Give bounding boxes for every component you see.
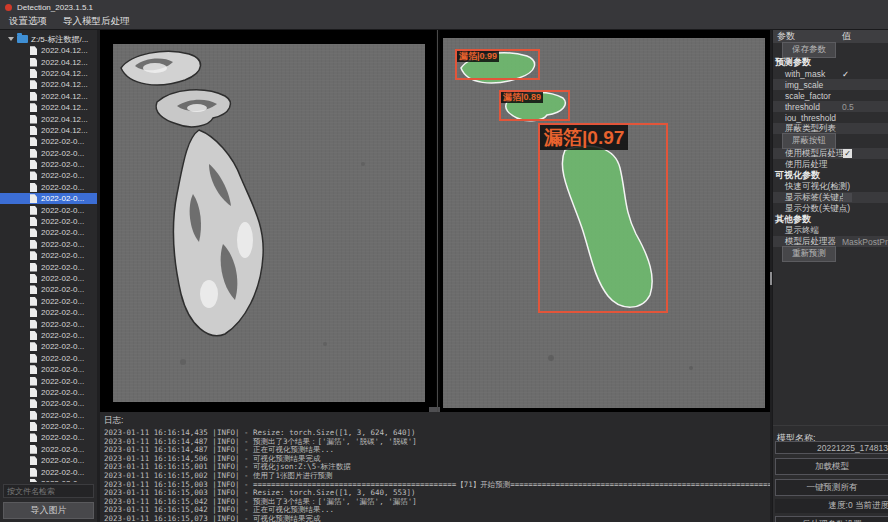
tree-item[interactable]: 2022-02-0... xyxy=(0,159,97,170)
tree-item-label: 2022.04.12... xyxy=(41,69,88,78)
tree-item[interactable]: 2022-02-0... xyxy=(0,330,97,341)
tree-item[interactable]: 2022-02-0... xyxy=(0,341,97,352)
tree-item[interactable]: 2022-02-0... xyxy=(0,387,97,398)
load-model-button[interactable]: 加载模型 xyxy=(775,458,888,475)
param-row[interactable]: 保存参数 xyxy=(773,43,888,57)
tree-item[interactable]: 2022-02-0... xyxy=(0,193,97,204)
postprocess-settings-button[interactable]: 后处理参数设置 xyxy=(775,516,888,522)
param-row[interactable]: 可视化参数 xyxy=(773,170,888,181)
tree-item-label: 2022-02-0... xyxy=(41,217,84,226)
tree-item[interactable]: 2022.04.12... xyxy=(0,102,97,113)
tree-item-label: 2022-02-0... xyxy=(41,456,84,465)
menu-item[interactable]: 导入模型后处理 xyxy=(63,15,130,28)
folder-icon xyxy=(17,35,28,43)
tree-root-label: Z:/5-标注数据/... xyxy=(31,34,88,45)
param-row[interactable]: 重新预测 xyxy=(773,247,888,261)
param-row[interactable]: 预测参数 xyxy=(773,57,888,68)
tree-item[interactable]: 2022-02-0... xyxy=(0,284,97,295)
detection-box[interactable]: 漏箔|0.99 xyxy=(455,49,540,80)
tree-item-label: 2022-02-0... xyxy=(41,240,84,249)
original-image-panel[interactable] xyxy=(100,30,436,412)
tree-item[interactable]: 2022.04.12... xyxy=(0,113,97,124)
tree-item[interactable]: 2022-02-0... xyxy=(0,227,97,238)
tree-item-label: 2022-02-0... xyxy=(41,149,84,158)
param-row[interactable]: 屏蔽按钮 xyxy=(773,134,888,148)
tree-item[interactable]: 2022-02-0... xyxy=(0,273,97,284)
param-row[interactable]: scale_factor xyxy=(773,90,888,101)
tree-item[interactable]: 2022-02-0... xyxy=(0,239,97,250)
tree-item[interactable]: 2022-02-0... xyxy=(0,444,97,455)
tree-item-label: 2022-02-0... xyxy=(41,445,84,454)
tree-root-folder[interactable]: Z:/5-标注数据/... xyxy=(0,33,97,45)
log-line: 2023-01-11 16:16:14,487 |INFO| - 正在可视化预测… xyxy=(104,446,770,455)
param-checkbox[interactable] xyxy=(843,193,852,202)
param-button[interactable]: 重新预测 xyxy=(782,246,836,262)
tree-item-label: 2022-02-0... xyxy=(41,342,84,351)
tree-item-label: 2022-02-0... xyxy=(41,194,84,203)
tree-item-label: 2022-02-0... xyxy=(41,354,84,363)
param-row[interactable]: 使用模型后处理 xyxy=(773,148,888,159)
tree-item-label: 2022-02-0... xyxy=(41,274,84,283)
param-checkbox[interactable] xyxy=(843,149,852,158)
log-area[interactable]: 日志: 2023-01-11 16:16:14,435 |INFO| - Res… xyxy=(100,412,770,522)
tree-item[interactable]: 2022-02-0... xyxy=(0,170,97,181)
tree-item[interactable]: 2022-02-0... xyxy=(0,307,97,318)
tree-item[interactable]: 2022-02-0... xyxy=(0,148,97,159)
param-row[interactable]: 显示终端 xyxy=(773,225,888,236)
param-label: img_scale xyxy=(773,80,888,90)
param-row[interactable]: 快速可视化(检测) xyxy=(773,181,888,192)
tree-item[interactable]: 2022-02-0... xyxy=(0,466,97,477)
tree-item[interactable]: 2022-02-0... xyxy=(0,136,97,147)
tree-item-label: 2022-02-0... xyxy=(41,388,84,397)
tree-item[interactable]: 2022-02-0... xyxy=(0,455,97,466)
detection-box[interactable]: 漏箔|0.89 xyxy=(499,90,570,121)
param-row[interactable]: with_mask ✓ xyxy=(773,68,888,79)
log-line: 2023-01-11 16:16:15,042 |INFO| - 预测出了3个结… xyxy=(104,498,770,507)
tree-item[interactable]: 2022-02-0... xyxy=(0,204,97,215)
tree-item-label: 2022-02-0... xyxy=(41,297,84,306)
param-row[interactable]: threshold 0.5 xyxy=(773,101,888,112)
menu-item[interactable]: 设置选项 xyxy=(9,15,47,28)
tree-item[interactable]: 2022-02-0... xyxy=(0,216,97,227)
tree-item-label: 2022-02-0... xyxy=(41,228,84,237)
file-icon xyxy=(30,331,37,340)
tree-item[interactable]: 2022-02-0... xyxy=(0,353,97,364)
tree-item[interactable]: 2022-02-0... xyxy=(0,182,97,193)
tree-item[interactable]: 2022.04.12... xyxy=(0,91,97,102)
file-icon xyxy=(30,240,37,249)
log-line: 2023-01-11 16:16:15,042 |INFO| - 正在可视化预测… xyxy=(104,506,770,515)
import-images-button[interactable]: 导入图片 xyxy=(3,502,94,519)
tree-item[interactable]: 2022-02-0... xyxy=(0,375,97,386)
param-row[interactable]: iou_threshold xyxy=(773,112,888,123)
defect-photo-graphic xyxy=(113,44,425,402)
caret-down-icon[interactable] xyxy=(8,37,14,41)
log-line: 2023-01-11 16:16:14,487 |INFO| - 预测出了3个结… xyxy=(104,438,770,447)
tree-item[interactable]: 2022.04.12... xyxy=(0,79,97,90)
tree-item[interactable]: 2022-02-0... xyxy=(0,296,97,307)
prediction-image-panel[interactable]: 漏箔|0.99 漏箔|0.89 漏箔|0.97 xyxy=(440,30,770,412)
tree-item[interactable]: 2022.04.12... xyxy=(0,56,97,67)
tree-item[interactable]: 2022.04.12... xyxy=(0,45,97,56)
param-row[interactable]: img_scale xyxy=(773,79,888,90)
predict-all-button[interactable]: 一键预测所有 xyxy=(775,479,888,496)
param-row[interactable]: 显示标签(关键点) xyxy=(773,192,888,203)
tree-item[interactable]: 2022-02-0... xyxy=(0,421,97,432)
filename-search-input[interactable] xyxy=(3,484,94,498)
detection-box[interactable]: 漏箔|0.97 xyxy=(538,123,668,313)
tree-item[interactable]: 2022-02-0... xyxy=(0,318,97,329)
tree-item[interactable]: 2022-02-0... xyxy=(0,364,97,375)
file-icon xyxy=(30,399,37,408)
param-row[interactable]: 其他参数 xyxy=(773,214,888,225)
tree-item-label: 2022-02-0... xyxy=(41,285,84,294)
tree-item[interactable]: 2022-02-0... xyxy=(0,398,97,409)
tree-item[interactable]: 2022.04.12... xyxy=(0,68,97,79)
tree-item[interactable]: 2022-02-0... xyxy=(0,250,97,261)
param-label: 预测参数 xyxy=(773,56,888,69)
tree-item[interactable]: 2022-02-0... xyxy=(0,410,97,421)
tree-item[interactable]: 2022-02-0... xyxy=(0,432,97,443)
model-name-selector[interactable]: 20221225_174813 xyxy=(775,441,888,454)
tree-item-label: 2022-02-0... xyxy=(41,320,84,329)
tree-item[interactable]: 2022.04.12... xyxy=(0,125,97,136)
tree-item[interactable]: 2022-02-0 xyxy=(0,478,97,482)
tree-item[interactable]: 2022-02-0... xyxy=(0,261,97,272)
